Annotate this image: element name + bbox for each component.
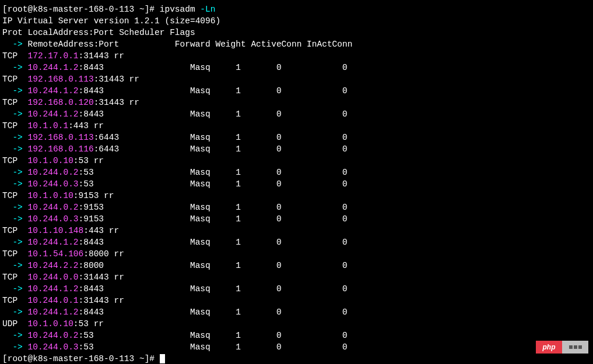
virtual-server-line: TCP 10.1.10.148:443 rr <box>0 225 593 236</box>
real-server-line: -> 10.244.0.2:9153 Masq 1 0 0 <box>0 202 593 213</box>
real-server-line: -> 192.168.0.116:6443 Masq 1 0 0 <box>0 143 593 155</box>
real-server-line: -> 10.244.0.3:9153 Masq 1 0 0 <box>0 213 593 225</box>
virtual-server-line: TCP 172.17.0.1:31443 rr <box>0 50 593 62</box>
real-server-line: -> 10.244.1.2:8443 Masq 1 0 0 <box>0 108 593 120</box>
badge-text: php <box>536 341 562 354</box>
prompt-line: [root@k8s-master-168-0-113 ~]# <box>0 353 593 364</box>
real-server-line: -> 10.244.1.2:8443 Masq 1 0 0 <box>0 62 593 73</box>
virtual-server-line: UDP 10.1.0.10:53 rr <box>0 318 593 330</box>
dot-icon <box>569 345 573 349</box>
virtual-server-line: TCP 192.168.0.113:31443 rr <box>0 73 593 85</box>
header-line: -> RemoteAddress:Port Forward Weight Act… <box>0 38 593 50</box>
terminal-output[interactable]: [root@k8s-master-168-0-113 ~]# ipvsadm -… <box>0 3 593 364</box>
virtual-server-line: TCP 10.1.0.10:9153 rr <box>0 190 593 202</box>
watermark-badge: php <box>536 341 588 354</box>
real-server-line: -> 10.244.1.2:8443 Masq 1 0 0 <box>0 306 593 318</box>
real-server-line: -> 192.168.0.113:6443 Masq 1 0 0 <box>0 132 593 143</box>
virtual-server-line: TCP 10.1.0.1:443 rr <box>0 120 593 132</box>
virtual-server-line: TCP 10.244.0.0:31443 rr <box>0 271 593 283</box>
real-server-line: -> 10.244.0.3:53 Masq 1 0 0 <box>0 341 593 353</box>
real-server-line: -> 10.244.0.2:53 Masq 1 0 0 <box>0 167 593 178</box>
real-server-line: -> 10.244.1.2:8443 Masq 1 0 0 <box>0 236 593 248</box>
virtual-server-line: TCP 10.1.0.10:53 rr <box>0 155 593 167</box>
dot-icon <box>574 345 577 349</box>
header-line: Prot LocalAddress:Port Scheduler Flags <box>0 27 593 38</box>
real-server-line: -> 10.244.0.3:53 Masq 1 0 0 <box>0 178 593 190</box>
dot-icon <box>578 345 582 349</box>
command-line: [root@k8s-master-168-0-113 ~]# ipvsadm -… <box>0 3 593 15</box>
version-line: IP Virtual Server version 1.2.1 (size=40… <box>0 15 593 27</box>
real-server-line: -> 10.244.0.2:53 Masq 1 0 0 <box>0 330 593 341</box>
real-server-line: -> 10.244.2.2:8000 Masq 1 0 0 <box>0 260 593 271</box>
virtual-server-line: TCP 192.168.0.120:31443 rr <box>0 97 593 108</box>
virtual-server-line: TCP 10.244.0.1:31443 rr <box>0 295 593 306</box>
real-server-line: -> 10.244.1.2:8443 Masq 1 0 0 <box>0 85 593 97</box>
real-server-line: -> 10.244.1.2:8443 Masq 1 0 0 <box>0 283 593 295</box>
cursor-icon <box>160 354 165 363</box>
virtual-server-line: TCP 10.1.54.106:8000 rr <box>0 248 593 260</box>
badge-dots <box>562 341 588 354</box>
